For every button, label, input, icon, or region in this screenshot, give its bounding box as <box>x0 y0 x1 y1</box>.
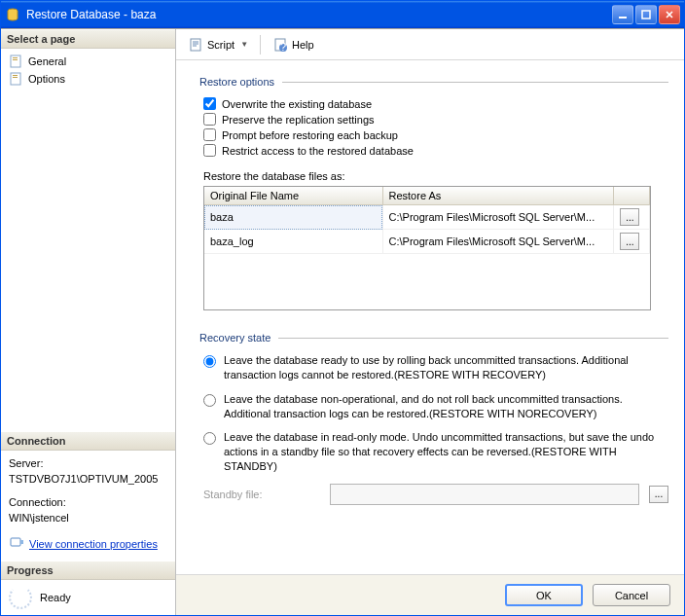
svg-rect-8 <box>13 77 18 78</box>
overwrite-checkbox[interactable] <box>203 97 216 110</box>
help-button[interactable]: ? Help <box>269 35 318 54</box>
script-label: Script <box>207 39 234 51</box>
restore-options-group: Restore options <box>199 76 274 88</box>
svg-rect-7 <box>13 75 18 76</box>
page-item-options[interactable]: Options <box>5 70 171 88</box>
close-button[interactable] <box>659 5 680 24</box>
help-label: Help <box>292 39 314 51</box>
cell-restore-as: C:\Program Files\Microsoft SQL Server\M.… <box>382 230 614 254</box>
svg-rect-11 <box>191 39 200 51</box>
preserve-checkbox[interactable] <box>203 113 216 126</box>
standby-browse-button[interactable]: ... <box>649 486 668 503</box>
svg-rect-3 <box>11 55 20 67</box>
page-icon <box>8 54 23 69</box>
svg-text:?: ? <box>280 41 286 52</box>
recovery-state-group: Recovery state <box>199 332 270 344</box>
database-icon <box>5 7 20 22</box>
recovery-with-norecovery-radio[interactable] <box>203 394 216 407</box>
server-value: TSTDVBO7J1\OPTIVUM_2005 <box>9 472 167 488</box>
restore-files-label: Restore the database files as: <box>203 170 668 182</box>
standby-file-label: Standby file: <box>203 489 320 500</box>
recovery-with-recovery-radio[interactable] <box>203 355 216 368</box>
svg-rect-6 <box>11 73 20 85</box>
page-icon <box>8 71 23 87</box>
progress-status: Ready <box>40 592 71 603</box>
col-restore-as[interactable]: Restore As <box>382 187 614 205</box>
files-grid[interactable]: Original File Name Restore As baza C:\Pr… <box>203 186 651 310</box>
script-icon <box>188 37 203 53</box>
connection-header: Connection <box>1 431 175 451</box>
cell-original: baza <box>204 205 382 230</box>
svg-rect-2 <box>642 11 650 18</box>
table-row[interactable]: baza C:\Program Files\Microsoft SQL Serv… <box>204 205 650 230</box>
window: Restore Database - baza Select a page Ge… <box>0 0 685 616</box>
view-connection-properties-link[interactable]: View connection properties <box>29 537 158 553</box>
recovery-opt1-label: Leave the database ready to use by rolli… <box>224 353 668 382</box>
window-title: Restore Database - baza <box>26 8 612 21</box>
svg-rect-1 <box>619 17 627 18</box>
minimize-button[interactable] <box>612 5 633 24</box>
cell-original: baza_log <box>204 230 382 254</box>
recovery-with-standby-radio[interactable] <box>203 432 216 445</box>
svg-rect-4 <box>13 57 18 58</box>
cell-restore-as: C:\Program Files\Microsoft SQL Server\M.… <box>382 205 614 230</box>
right-panel: Script ▼ ? Help Restore options Overwrit… <box>176 29 684 615</box>
page-label: Options <box>28 73 65 85</box>
page-item-general[interactable]: General <box>5 53 171 70</box>
titlebar[interactable]: Restore Database - baza <box>1 1 684 28</box>
standby-file-input <box>330 484 639 505</box>
connection-value: WIN\jstencel <box>9 511 167 526</box>
footer: OK Cancel <box>176 574 684 615</box>
chevron-down-icon: ▼ <box>240 40 248 49</box>
script-button[interactable]: Script ▼ <box>184 35 252 54</box>
progress-header: Progress <box>1 561 175 580</box>
connection-block: Server: TSTDVBO7J1\OPTIVUM_2005 Connecti… <box>1 451 175 561</box>
select-page-header: Select a page <box>1 29 175 49</box>
browse-button[interactable]: ... <box>620 208 639 226</box>
left-panel: Select a page General Options Connection… <box>1 29 176 615</box>
svg-rect-9 <box>11 538 20 546</box>
overwrite-label: Overwrite the existing database <box>222 98 372 110</box>
prompt-label: Prompt before restoring each backup <box>222 129 398 141</box>
table-row[interactable]: baza_log C:\Program Files\Microsoft SQL … <box>204 230 650 254</box>
help-icon: ? <box>272 37 288 53</box>
connection-label: Connection: <box>9 495 167 511</box>
svg-rect-10 <box>20 540 23 544</box>
recovery-opt2-label: Leave the database non-operational, and … <box>224 392 668 421</box>
prompt-checkbox[interactable] <box>203 128 216 141</box>
cancel-button[interactable]: Cancel <box>593 584 670 606</box>
preserve-label: Preserve the replication settings <box>222 114 375 126</box>
ok-button[interactable]: OK <box>505 584 583 606</box>
restrict-label: Restrict access to the restored database <box>222 145 414 157</box>
toolbar: Script ▼ ? Help <box>176 29 684 60</box>
progress-spinner-icon <box>9 586 32 609</box>
col-original[interactable]: Original File Name <box>204 187 382 205</box>
restrict-checkbox[interactable] <box>203 144 216 157</box>
connection-properties-icon <box>9 534 24 555</box>
server-label: Server: <box>9 456 167 472</box>
maximize-button[interactable] <box>635 5 657 24</box>
page-label: General <box>28 55 66 67</box>
browse-button[interactable]: ... <box>620 233 639 250</box>
recovery-opt3-label: Leave the database in read-only mode. Un… <box>224 430 668 474</box>
svg-rect-5 <box>13 59 18 60</box>
